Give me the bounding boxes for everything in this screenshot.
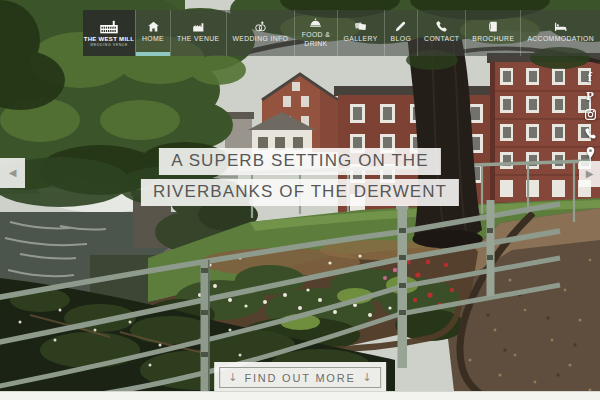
facebook-icon[interactable]: f [583, 69, 597, 83]
bed-icon [554, 20, 567, 33]
next-section-edge [0, 391, 600, 400]
nav-item-blog[interactable]: BLOG [384, 10, 418, 56]
hero-slide: THE WEST MILL WEDDING VENUE HOME THE VEN… [0, 0, 600, 400]
photos-icon [354, 20, 367, 33]
nav-item-gallery[interactable]: GALLERY [337, 10, 384, 56]
brand-name: THE WEST MILL [84, 36, 135, 42]
phone-icon[interactable] [583, 126, 597, 140]
nav-item-accommodation[interactable]: ACCOMMODATION [520, 10, 600, 56]
instagram-icon[interactable] [583, 107, 597, 121]
carousel-next-button[interactable]: ▶ [579, 161, 600, 187]
nav-item-wedding-info[interactable]: WEDDING INFO [226, 10, 295, 56]
hero-heading: A SUPERB SETTING ON THE RIVERBANKS OF TH… [141, 148, 459, 206]
social-rail: f P [583, 69, 597, 159]
main-nav: THE WEST MILL WEDDING VENUE HOME THE VEN… [83, 10, 600, 56]
left-arrow-icon: ◀ [9, 168, 17, 178]
brand-tagline: WEDDING VENUE [90, 43, 128, 47]
venue-icon [192, 20, 205, 33]
find-out-more-button[interactable]: ↓ FIND OUT MORE ↓ [219, 367, 381, 388]
cloche-icon [309, 16, 322, 29]
location-pin-icon[interactable] [583, 145, 597, 159]
nav-item-food-drink[interactable]: FOOD & DRINK [294, 10, 336, 56]
nav-item-home[interactable]: HOME [135, 10, 170, 56]
down-arrow-icon: ↓ [363, 371, 372, 384]
mill-logo-icon [98, 20, 120, 35]
pen-icon [394, 20, 407, 33]
nav-item-the-venue[interactable]: THE VENUE [170, 10, 226, 56]
pinterest-icon[interactable]: P [583, 88, 597, 102]
nav-item-contact[interactable]: CONTACT [417, 10, 465, 56]
down-arrow-icon: ↓ [228, 371, 237, 384]
cta-label: FIND OUT MORE [244, 372, 355, 384]
phone-icon [435, 20, 448, 33]
right-arrow-icon: ▶ [586, 169, 594, 179]
carousel-prev-button[interactable]: ◀ [0, 158, 25, 188]
site-logo[interactable]: THE WEST MILL WEDDING VENUE [83, 10, 135, 56]
book-icon [487, 20, 500, 33]
home-icon [147, 20, 160, 33]
nav-item-brochure[interactable]: BROCHURE [465, 10, 520, 56]
rings-icon [254, 20, 267, 33]
hero-heading-line1: A SUPERB SETTING ON THE [159, 148, 440, 175]
hero-heading-line2: RIVERBANKS OF THE DERWENT [141, 179, 459, 206]
